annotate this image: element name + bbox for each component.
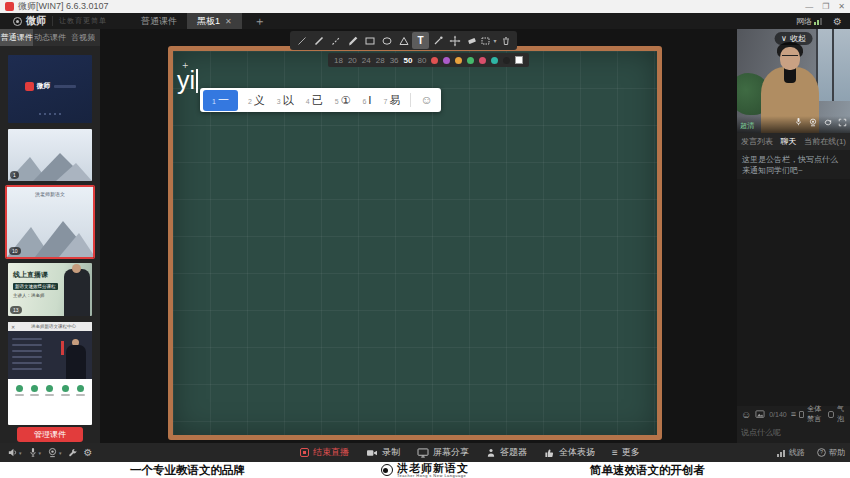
font-size-option[interactable]: 18 <box>334 56 343 65</box>
color-swatch-teal[interactable] <box>491 57 498 64</box>
char-counter: 0/140 <box>769 411 787 418</box>
camera-icon[interactable] <box>808 113 818 131</box>
font-size-option[interactable]: 80 <box>417 56 426 65</box>
font-size-option[interactable]: 24 <box>362 56 371 65</box>
font-size-option[interactable]: 36 <box>390 56 399 65</box>
tab-blackboard[interactable]: 黑板1 ✕ <box>187 13 242 29</box>
select-area-tool-icon[interactable]: ▾ <box>480 32 497 49</box>
branding-strip: 一个专业教语文的品牌 洪老师新语文 Teacher Hong's New Lan… <box>0 462 850 478</box>
slide-thumbnail-webpage[interactable]: ✕ 洪老师新语文课程中心 <box>8 322 92 425</box>
close-button[interactable]: ✕ <box>838 2 845 11</box>
slide-thumbnail-promo[interactable]: 线上直播课 新语文速效提分课程 主讲人：洪老师 13 <box>8 263 92 316</box>
mic-icon[interactable]: ▾ <box>28 447 42 458</box>
sidebar-tab-normal[interactable]: 普通课件 <box>0 29 33 46</box>
tab-online-count[interactable]: 当前在线(1) <box>804 136 846 147</box>
help-button[interactable]: ?帮助 <box>817 447 845 458</box>
praise-all-button[interactable]: 全体表扬 <box>544 446 595 459</box>
ime-candidate-4[interactable]: 4已 <box>306 93 323 108</box>
ime-candidate-1[interactable]: 1一 <box>203 90 238 111</box>
font-size-option[interactable]: 28 <box>376 56 385 65</box>
manage-courseware-button[interactable]: 管理课件 <box>17 427 83 442</box>
emoji-icon[interactable]: ☺ <box>741 409 751 420</box>
pencil-tool-icon[interactable] <box>293 32 310 49</box>
tab-normal-courseware[interactable]: 普通课件 <box>131 13 187 29</box>
text-size-color-bar: 18 20 24 28 36 50 80 <box>328 53 529 67</box>
webpage-text-lines <box>12 338 42 370</box>
webcam-video[interactable]: ∨ 收起 超清 <box>737 29 850 133</box>
chat-message-area[interactable] <box>737 179 850 406</box>
chat-input[interactable] <box>741 428 850 437</box>
image-upload-icon[interactable] <box>755 405 765 423</box>
minimize-button[interactable]: — <box>805 2 813 11</box>
rectangle-tool-icon[interactable] <box>361 32 378 49</box>
slide-thumbnail-mountain[interactable]: 1 <box>8 129 92 181</box>
triangle-tool-icon[interactable] <box>395 32 412 49</box>
font-size-option[interactable]: 20 <box>348 56 357 65</box>
quiz-tool-button[interactable]: 答题器 <box>486 446 527 459</box>
wrench-icon[interactable] <box>68 448 78 458</box>
ime-emoji-icon[interactable]: ☺ <box>420 93 432 107</box>
record-button[interactable]: 录制 <box>366 446 400 459</box>
settings-gear-icon[interactable]: ⚙ <box>833 16 842 27</box>
brand-name-english: Teacher Hong's New Language <box>397 474 469 478</box>
webcam-icon[interactable]: ▾ <box>47 447 62 458</box>
color-swatch-red[interactable] <box>431 57 438 64</box>
bubble-toggle-icon[interactable] <box>828 411 834 418</box>
app-logo-text: 微师 <box>26 14 46 28</box>
sidebar-tab-av[interactable]: 音视频 <box>67 29 100 46</box>
typed-text[interactable]: yi <box>177 66 198 95</box>
sidebar-tab-dynamic[interactable]: 动态课件 <box>33 29 66 46</box>
screen-share-button[interactable]: 屏幕分享 <box>417 446 469 459</box>
move-tool-icon[interactable] <box>446 32 463 49</box>
fullscreen-icon[interactable] <box>838 113 847 131</box>
camcorder-icon <box>366 448 378 458</box>
ime-candidate-6[interactable]: 6Ⅰ <box>362 94 371 107</box>
slide-thumbnail-selected[interactable]: 洪老师新语文 10 <box>6 186 94 258</box>
marker-tool-icon[interactable] <box>344 32 361 49</box>
switch-camera-icon[interactable] <box>823 113 833 131</box>
bottom-right-links: 线路 ?帮助 <box>777 447 845 458</box>
laser-pointer-tool-icon[interactable] <box>429 32 446 49</box>
line-route-button[interactable]: 线路 <box>777 447 805 458</box>
maximize-button[interactable]: ❐ <box>822 2 829 11</box>
end-live-button[interactable]: 结束直播 <box>300 446 349 459</box>
slide-thumbnail-cover[interactable]: 微师 <box>8 55 92 123</box>
color-swatch-white-selected[interactable] <box>515 56 523 64</box>
clear-board-trash-icon[interactable] <box>497 32 514 49</box>
eraser-tool-icon[interactable] <box>463 32 480 49</box>
ellipse-tool-icon[interactable] <box>378 32 395 49</box>
ime-candidate-5[interactable]: 5① <box>335 94 351 107</box>
color-swatch-green[interactable] <box>467 57 474 64</box>
color-swatch-orange[interactable] <box>455 57 462 64</box>
weishi-red-logo-icon <box>25 82 34 91</box>
dashed-line-tool-icon[interactable] <box>327 32 344 49</box>
pen-tool-icon[interactable] <box>310 32 327 49</box>
chevron-down-icon[interactable]: ▾ <box>59 450 62 456</box>
color-swatch-purple[interactable] <box>443 57 450 64</box>
collapse-video-button[interactable]: ∨ 收起 <box>774 32 813 45</box>
font-size-option-selected[interactable]: 50 <box>404 56 413 65</box>
color-swatch-black[interactable] <box>503 57 510 64</box>
chevron-down-icon[interactable]: ▾ <box>19 450 22 456</box>
ime-candidate-2[interactable]: 2义 <box>248 93 265 108</box>
tab-close-icon[interactable]: ✕ <box>225 17 232 26</box>
settings-gear-icon[interactable]: ⚙ <box>84 447 93 458</box>
ime-candidate-3[interactable]: 3以 <box>277 93 294 108</box>
network-status[interactable]: 网络 <box>796 16 823 27</box>
speaker-icon[interactable]: ▾ <box>7 447 22 458</box>
webpage-close-icon: ✕ <box>11 324 15 330</box>
mute-all-checkbox[interactable] <box>799 411 804 418</box>
more-button[interactable]: ≡更多 <box>612 446 640 459</box>
more-lines-icon: ≡ <box>612 447 618 458</box>
tab-speaker-list[interactable]: 发言列表 <box>741 136 773 147</box>
video-quality-badge[interactable]: 超清 <box>740 121 754 131</box>
add-tab-button[interactable]: ＋ <box>254 13 266 30</box>
mic-icon[interactable] <box>794 113 803 131</box>
tab-chat[interactable]: 聊天 <box>781 136 797 147</box>
device-controls: ▾ ▾ ▾ ⚙ <box>0 447 100 458</box>
text-tool-icon[interactable]: T <box>412 32 429 49</box>
chat-settings-icon[interactable]: ≡ <box>791 409 796 419</box>
ime-candidate-7[interactable]: 7易 <box>384 93 401 108</box>
chevron-down-icon[interactable]: ▾ <box>39 450 42 456</box>
color-swatch-pink[interactable] <box>479 57 486 64</box>
